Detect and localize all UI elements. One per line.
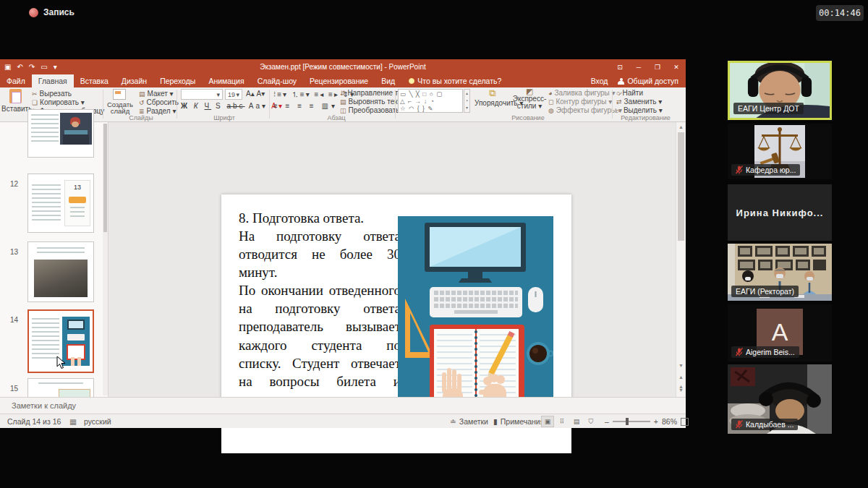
align-buttons[interactable]: ≡ ≡ ≡ ≡ ▥▾ — [273, 102, 338, 110]
zoom-slider[interactable] — [613, 421, 650, 422]
reading-view-button[interactable]: ▤ — [570, 416, 583, 427]
undo-icon[interactable]: ↶ — [17, 63, 22, 71]
slide-number-13: 13 — [10, 248, 18, 256]
sign-in-button[interactable]: Вход — [591, 77, 608, 85]
layout-icon: ▤ — [139, 90, 145, 98]
italic-button[interactable]: К — [194, 102, 200, 110]
tab-slideshow[interactable]: Слайд-шоу — [251, 74, 303, 87]
notes-toggle-icon: ≐ — [450, 417, 456, 426]
participant-tile-kafedra-yur[interactable]: Кафедра юр... — [728, 124, 832, 179]
slide-area-scrollbar[interactable]: ▲ ▼ ▲▲ ▼▼ — [676, 122, 685, 397]
font-name-combobox[interactable]: ▾ — [181, 89, 223, 100]
copy-button[interactable]: ❏Копировать ▾ — [32, 98, 85, 106]
participant-tile-irina-nikifo[interactable]: Ирина Никифо... — [728, 184, 832, 241]
shape-fill-icon: ◕ — [548, 90, 552, 97]
shape-outline-icon: ◻ — [548, 98, 553, 106]
scroll-down-icon[interactable]: ▼ — [676, 361, 686, 370]
zoom-slider-knob[interactable] — [626, 418, 629, 425]
lightbulb-icon — [409, 78, 414, 84]
tab-insert[interactable]: Вставка — [74, 74, 115, 87]
participant-tile-eagi-rektorat[interactable]: ЕАГИ (Ректорат) — [728, 244, 832, 301]
select-button[interactable]: ▻Выделить ▾ — [616, 106, 663, 114]
participant-tile-eagi-centr-dot[interactable]: ЕАГИ Центр ДОТ — [728, 61, 832, 120]
window-title: Экзамен.ppt [Режим совместимости] - Powe… — [0, 59, 686, 74]
tab-design[interactable]: Дизайн — [115, 74, 153, 87]
redo-icon[interactable]: ↷ — [29, 63, 35, 71]
share-button[interactable]: Общий доступ — [618, 77, 678, 85]
workspace: 12 13 13 14 — [0, 122, 686, 397]
notes-toggle[interactable]: ≐ Заметки — [450, 414, 488, 429]
slide-thumbnail-panel: 12 13 13 14 — [0, 122, 109, 397]
restore-button[interactable]: ❐ — [648, 59, 667, 74]
layout-button[interactable]: ▤Макет ▾ — [139, 90, 174, 98]
zoom-percentage[interactable]: 86% — [662, 417, 677, 426]
previous-slide-icon[interactable]: ▲▲ — [676, 372, 686, 382]
cut-button[interactable]: ✂Вырезать — [32, 90, 72, 98]
notes-pane[interactable]: Заметки к слайду — [0, 397, 686, 414]
arrange-button[interactable]: ⧉ Упорядочить ▾ — [475, 87, 511, 107]
scroll-up-icon[interactable]: ▲ — [676, 122, 686, 132]
slide-text-block[interactable]: 8. Подготовка ответа. На подготовку отве… — [239, 209, 401, 408]
status-bar: Слайд 14 из 16 ▦ русский ≐ Заметки ▮ При… — [0, 414, 686, 428]
slide-thumbnail-11[interactable] — [27, 109, 94, 158]
normal-view-button[interactable]: ▣ — [541, 416, 554, 427]
notes-placeholder: Заметки к слайду — [12, 401, 76, 410]
shape-outline-button[interactable]: ◻Контур фигуры ▾ — [548, 98, 612, 106]
scrollbar-thumb[interactable] — [678, 132, 684, 241]
slide-sorter-view-button[interactable]: ⠿ — [556, 416, 569, 427]
slide-thumbnail-12[interactable]: 13 — [27, 174, 94, 233]
tab-transitions[interactable]: Переходы — [153, 74, 202, 87]
minimize-button[interactable]: ─ — [629, 59, 648, 74]
spellcheck-icon[interactable]: ▦ — [69, 414, 77, 429]
slideshow-view-button[interactable]: ⛉ — [584, 416, 597, 427]
shape-fill-button[interactable]: ◕Заливка фигуры ▾ — [548, 89, 616, 97]
underline-button[interactable]: Ч — [205, 102, 212, 110]
tab-review[interactable]: Рецензирование — [303, 74, 375, 87]
powerpoint-window: Экзамен.ppt [Режим совместимости] - Powe… — [0, 59, 686, 428]
strike-button[interactable]: abc — [226, 102, 244, 110]
muted-mic-icon — [736, 420, 743, 429]
save-icon[interactable]: ▣ — [4, 63, 11, 71]
reset-button[interactable]: ↺Сбросить — [139, 98, 179, 106]
next-slide-icon[interactable]: ▼▼ — [676, 385, 686, 395]
ribbon: Вставить ✂Вырезать ❏Копировать ▾ ✎Формат… — [0, 87, 686, 122]
tab-animations[interactable]: Анимация — [202, 74, 250, 87]
thumbnail-panel-scrollbar[interactable] — [103, 124, 108, 395]
new-slide-icon — [113, 89, 126, 100]
tab-file[interactable]: Файл — [0, 74, 32, 87]
slide-thumbnail-15[interactable] — [27, 378, 94, 397]
replace-button[interactable]: ⇄Заменить ▾ — [616, 98, 662, 106]
comments-toggle[interactable]: ▮ Примечания — [493, 414, 544, 429]
shapes-gallery[interactable]: ▭ ╲ ╳ □ ○ ▢△ ⌐ → ↓ ◔☆ ◠ { } ✎ — [398, 89, 463, 113]
font-size-combobox[interactable]: 19▾ — [225, 89, 242, 100]
zoom-out-button[interactable]: – — [605, 417, 609, 426]
participant-tile-aigerim-beis[interactable]: A Aigerim Beis... — [728, 304, 832, 361]
quick-styles-button[interactable]: ◩ Экспресс-стили ▾ — [512, 87, 547, 110]
slide-indicator: Слайд 14 из 16 — [7, 414, 61, 429]
bold-button[interactable]: Ж — [181, 102, 190, 110]
shapes-gallery-scroll[interactable]: ▴▪▾ — [464, 89, 470, 113]
select-icon: ▻ — [616, 107, 621, 114]
tab-home[interactable]: Главная — [32, 74, 74, 87]
zoom-in-button[interactable]: + — [654, 417, 658, 426]
language-indicator[interactable]: русский — [84, 414, 111, 429]
tell-me-box[interactable]: Что вы хотите сделать? — [401, 74, 509, 87]
tab-view[interactable]: Вид — [375, 74, 401, 87]
find-button[interactable]: ○̷Найти — [616, 89, 643, 97]
grow-shrink-font-buttons[interactable]: А▴ А▾ — [246, 90, 265, 98]
slide-thumbnail-14-selected[interactable] — [27, 309, 94, 373]
qat-more-icon[interactable]: ▾ — [54, 63, 57, 71]
participant-tile-kaldybaev[interactable]: Калдыбаев ... — [728, 364, 832, 434]
shape-effects-button[interactable]: ◍Эффекты фигуры ▾ — [548, 106, 622, 114]
participant-name-label: Калдыбаев ... — [731, 419, 798, 430]
share-label: Общий доступ — [627, 77, 678, 85]
slide-paragraph-2: По окончании отведенного на подготовку о… — [239, 281, 401, 408]
muted-mic-icon — [736, 348, 743, 356]
ribbon-options-button[interactable]: ⊡ — [610, 59, 629, 74]
participant-name-label: ЕАГИ Центр ДОТ — [733, 103, 804, 114]
shadow-button[interactable]: S — [216, 102, 223, 110]
start-slideshow-icon[interactable]: ▭ — [41, 63, 47, 71]
slide-thumbnail-13[interactable] — [27, 241, 94, 302]
fit-slide-to-window-button[interactable] — [681, 418, 689, 426]
close-button[interactable]: ✕ — [667, 59, 686, 74]
